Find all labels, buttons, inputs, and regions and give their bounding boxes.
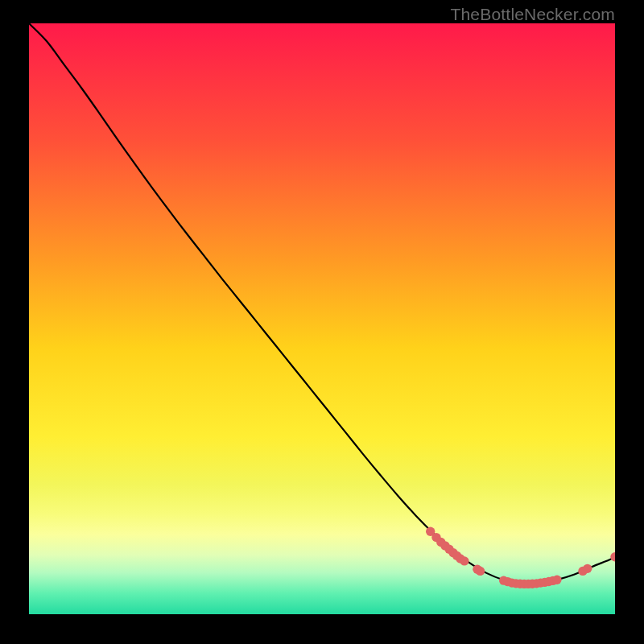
chart-marker [476,567,485,576]
chart-background [29,23,615,614]
chart-frame: TheBottleNecker.com [0,0,644,644]
chart-marker [583,564,592,573]
chart-marker [552,576,561,584]
chart-svg [29,23,615,614]
watermark-text: TheBottleNecker.com [450,5,615,24]
chart-plot-area [29,23,615,614]
chart-marker [460,556,469,565]
